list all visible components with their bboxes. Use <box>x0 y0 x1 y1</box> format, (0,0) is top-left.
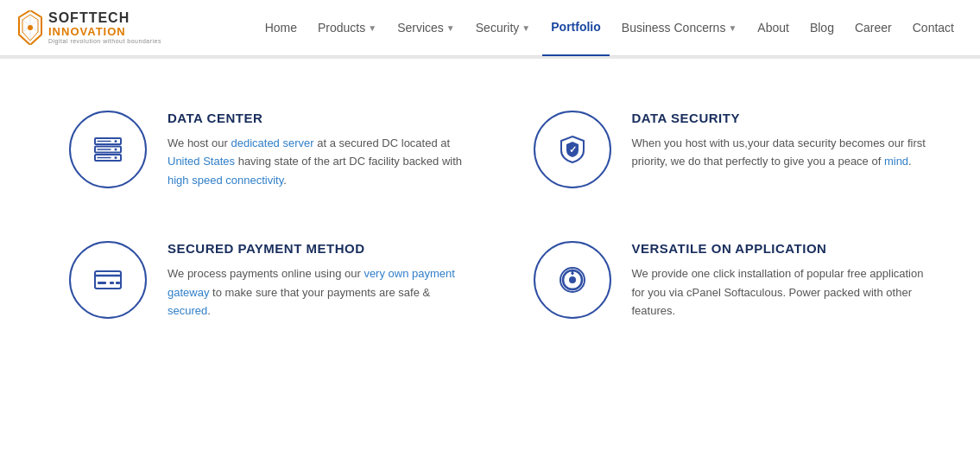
main-header: SOFTTECH INNOVATION Digital revolution w… <box>0 0 980 56</box>
chevron-down-icon: ▼ <box>368 23 376 33</box>
svg-point-10 <box>115 149 117 151</box>
logo-tagline: Digital revolution without boundaries <box>48 38 161 45</box>
svg-point-22 <box>569 276 576 283</box>
main-content: DATA CENTER We host our dedicated server… <box>0 59 980 372</box>
features-grid: DATA CENTER We host our dedicated server… <box>69 111 928 321</box>
server-icon <box>92 133 124 166</box>
data-center-title: DATA CENTER <box>168 111 465 125</box>
nav-business-concerns[interactable]: Business Concerns ▼ <box>613 0 746 56</box>
logo-innovation: INNOVATION <box>48 26 161 38</box>
feature-secured-payment: SECURED PAYMENT METHOD We process paymen… <box>69 241 465 320</box>
feature-data-center: DATA CENTER We host our dedicated server… <box>69 111 465 189</box>
logo-text: SOFTTECH INNOVATION Digital revolution w… <box>48 10 161 45</box>
credit-card-icon <box>92 263 124 296</box>
chevron-down-icon: ▼ <box>522 23 530 33</box>
nav-career[interactable]: Career <box>846 0 901 56</box>
feature-data-security: ✓ DATA SECURITY When you host with us,yo… <box>534 111 929 189</box>
logo-icon <box>17 10 43 45</box>
main-nav: Home Products ▼ Services ▼ Security ▼ Po… <box>256 0 963 56</box>
svg-rect-20 <box>116 282 120 284</box>
nav-blog[interactable]: Blog <box>801 0 843 56</box>
data-security-title: DATA SECURITY <box>632 111 929 125</box>
svg-text:✓: ✓ <box>568 144 576 155</box>
nav-contact[interactable]: Contact <box>904 0 963 56</box>
logo-softtech: SOFTTECH <box>48 10 161 26</box>
svg-point-11 <box>115 156 117 159</box>
versatile-app-desc: We provide one click installation of pop… <box>632 264 929 320</box>
secured-payment-icon-circle <box>69 241 147 319</box>
nav-home[interactable]: Home <box>256 0 306 56</box>
nav-products[interactable]: Products ▼ <box>309 0 385 56</box>
secured-payment-title: SECURED PAYMENT METHOD <box>168 241 465 256</box>
nav-about[interactable]: About <box>749 0 798 56</box>
chevron-down-icon: ▼ <box>446 23 455 33</box>
secured-payment-content: SECURED PAYMENT METHOD We process paymen… <box>168 241 465 320</box>
versatile-app-title: VERSATILE ON APPLICATION <box>632 241 929 256</box>
logo: SOFTTECH INNOVATION Digital revolution w… <box>17 10 161 45</box>
chevron-down-icon: ▼ <box>728 23 737 33</box>
versatile-app-icon-circle <box>534 241 611 319</box>
secured-payment-desc: We process payments online using our ver… <box>168 264 465 320</box>
data-center-icon-circle <box>69 111 147 188</box>
feature-versatile-app: VERSATILE ON APPLICATION We provide one … <box>534 241 929 320</box>
versatile-app-content: VERSATILE ON APPLICATION We provide one … <box>632 241 929 320</box>
cpanel-icon <box>556 263 589 296</box>
data-center-desc: We host our dedicated server at a secure… <box>168 134 465 189</box>
data-center-content: DATA CENTER We host our dedicated server… <box>168 111 465 189</box>
shield-icon: ✓ <box>556 133 589 166</box>
nav-services[interactable]: Services ▼ <box>389 0 464 56</box>
svg-point-5 <box>28 25 33 30</box>
svg-rect-16 <box>95 271 121 289</box>
nav-portfolio[interactable]: Portfolio <box>542 0 610 56</box>
svg-rect-19 <box>110 282 114 284</box>
nav-security[interactable]: Security ▼ <box>467 0 539 56</box>
data-security-desc: When you host with us,your data security… <box>632 134 929 171</box>
data-security-content: DATA SECURITY When you host with us,your… <box>632 111 929 171</box>
svg-rect-18 <box>98 282 106 284</box>
data-security-icon-circle: ✓ <box>534 111 611 188</box>
svg-point-9 <box>115 140 117 143</box>
